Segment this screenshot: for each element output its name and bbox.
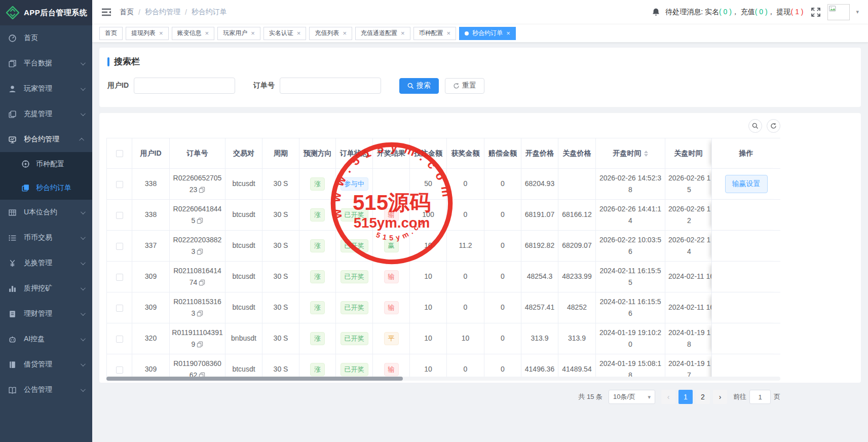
status-tag: 已开奖 [341, 301, 368, 315]
sidebar-item-seconds-orders[interactable]: 秒合约订单 [0, 176, 92, 200]
chevron-down-icon [81, 60, 86, 65]
sidebar-item-players[interactable]: 玩家管理 [0, 76, 92, 101]
row-checkbox[interactable] [116, 366, 123, 374]
sidebar-item-label: 公告管理 [24, 385, 52, 394]
copy-icon[interactable] [197, 341, 203, 348]
cell-bet: 10 [410, 262, 447, 292]
sidebar-item-announcements[interactable]: 公告管理 [0, 377, 92, 402]
header-status: 订单状态 [336, 138, 373, 169]
select-all-checkbox[interactable] [116, 150, 123, 157]
result-tag: 输 [384, 270, 399, 284]
fullscreen-icon[interactable] [811, 8, 820, 17]
cell-order-no: R0211081641474 [170, 262, 225, 292]
scrollbar-thumb[interactable] [106, 377, 403, 381]
header-open-time[interactable]: 开盘时间 [596, 138, 665, 169]
sidebar-item-coin-config[interactable]: 币种配置 [0, 152, 92, 176]
next-page-button[interactable]: › [713, 390, 727, 404]
close-icon[interactable]: × [506, 30, 510, 36]
cell-order-no: R0119111043919 [170, 323, 225, 354]
close-icon[interactable]: × [205, 30, 209, 36]
sidebar-item-staking[interactable]: 质押挖矿 [0, 276, 92, 301]
cell-result: 赢 [373, 231, 410, 262]
sidebar-item-exchange[interactable]: 兑换管理 [0, 250, 92, 276]
tab-home[interactable]: 首页 [99, 27, 123, 40]
sidebar-item-deposit-withdraw[interactable]: 充提管理 [0, 101, 92, 127]
prev-page-button[interactable]: ‹ [661, 390, 675, 404]
cell-compensation: 0 [484, 169, 521, 200]
caret-down-icon[interactable]: ▾ [856, 9, 859, 15]
search-button[interactable]: 搜索 [399, 78, 439, 94]
tab-realname-auth[interactable]: 实名认证× [263, 27, 307, 40]
direction-tag: 涨 [310, 270, 325, 284]
sidebar-item-label: 秒合约管理 [24, 135, 59, 144]
tab-seconds-orders-active[interactable]: 秒合约订单× [459, 27, 516, 40]
sidebar-item-spot-trade[interactable]: 币币交易 [0, 225, 92, 250]
tab-coin-config[interactable]: 币种配置× [413, 27, 457, 40]
cell-bet: 10 [410, 231, 447, 262]
cell-bet: 10 [410, 292, 447, 323]
win-lose-setting-button[interactable]: 输赢设置 [725, 175, 768, 193]
cell-pair: btcusdt [225, 200, 262, 231]
page-button-1[interactable]: 1 [678, 390, 693, 404]
hamburger-icon[interactable] [101, 8, 111, 16]
copy-icon[interactable] [199, 279, 205, 286]
copy-icon[interactable] [197, 217, 203, 224]
close-icon[interactable]: × [447, 30, 451, 36]
refresh-table-button[interactable] [767, 119, 780, 133]
sidebar-item-wealth[interactable]: 理财管理 [0, 301, 92, 326]
cell-bet: 100 [410, 200, 447, 231]
sidebar-item-platform-data[interactable]: 平台数据 [0, 51, 92, 76]
order-no-input[interactable] [280, 78, 381, 94]
sidebar-item-seconds-contract[interactable]: 秒合约管理 [0, 127, 92, 152]
tab-recharge-channel-config[interactable]: 充值通道配置× [355, 27, 410, 40]
cell-close-price: 48252 [558, 292, 596, 323]
tab-recharge-list[interactable]: 充值列表× [309, 27, 352, 40]
sidebar-item-loans[interactable]: 借贷管理 [0, 352, 92, 377]
row-checkbox[interactable] [116, 305, 123, 312]
row-checkbox[interactable] [116, 243, 123, 250]
sidebar-item-u-contract[interactable]: U本位合约 [0, 200, 92, 225]
close-icon[interactable]: × [401, 30, 405, 36]
bell-icon[interactable] [652, 8, 660, 17]
refresh-icon [453, 83, 460, 89]
close-icon[interactable]: × [297, 30, 301, 36]
cell-close-time: 2026-02-26 15 [665, 169, 712, 200]
header-operation: 操作 [712, 138, 781, 169]
cell-close-time: 2024-02-11 16 [665, 292, 712, 323]
refresh-icon [770, 123, 777, 129]
row-checkbox[interactable] [116, 181, 123, 188]
close-icon[interactable]: × [159, 30, 163, 36]
user-id-input[interactable] [134, 78, 235, 94]
breadcrumb-item[interactable]: 秒合约管理 [145, 8, 180, 17]
goto-page-input[interactable] [749, 390, 771, 404]
copy-icon[interactable] [199, 187, 205, 193]
sidebar-item-ai-control[interactable]: AI控盘 [0, 326, 92, 352]
row-checkbox[interactable] [116, 336, 123, 343]
close-icon[interactable]: × [343, 30, 347, 36]
page-button-2[interactable]: 2 [696, 390, 710, 404]
breadcrumb-item-home[interactable]: 首页 [120, 8, 134, 17]
cell-status: 已开奖 [336, 323, 373, 354]
copy-icon[interactable] [197, 310, 203, 317]
tab-player-users[interactable]: 玩家用户× [217, 27, 260, 40]
toggle-search-button[interactable] [748, 119, 762, 133]
app-logo-icon [6, 6, 19, 19]
horizontal-scrollbar[interactable] [106, 377, 780, 381]
status-tag: 已开奖 [341, 270, 368, 284]
tab-withdraw-list[interactable]: 提现列表× [126, 27, 169, 40]
close-icon[interactable]: × [251, 30, 255, 36]
tab-account-changes[interactable]: 账变信息× [172, 27, 215, 40]
avatar[interactable] [827, 4, 850, 20]
direction-tag: 涨 [310, 239, 325, 253]
sort-icon[interactable] [644, 151, 648, 157]
row-checkbox[interactable] [116, 212, 123, 219]
sidebar-item-home[interactable]: 首页 [0, 25, 92, 51]
chevron-up-icon [79, 137, 84, 142]
reset-button[interactable]: 重置 [445, 78, 484, 94]
cell-pair: btcusdt [225, 231, 262, 262]
page-size-select[interactable]: 10条/页▾ [609, 390, 655, 404]
chevron-down-icon [81, 209, 86, 214]
row-checkbox[interactable] [116, 274, 123, 281]
copy-icon[interactable] [197, 248, 203, 255]
search-form: 用户ID 订单号 搜索 重置 [107, 78, 853, 94]
